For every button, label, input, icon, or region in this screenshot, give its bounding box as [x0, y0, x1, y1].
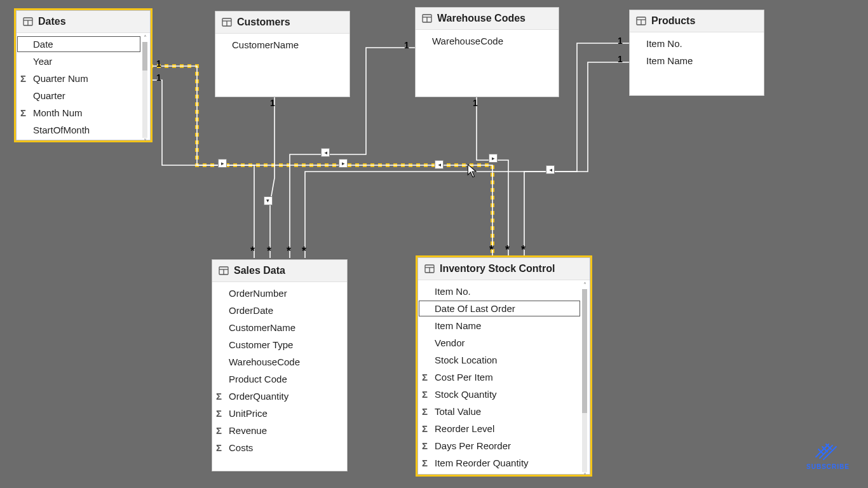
table-products[interactable]: ProductsItem No.Item Name: [629, 10, 764, 96]
table-header[interactable]: Warehouse Codes: [416, 8, 559, 30]
model-canvas[interactable]: ▸▸▸▸▸▸▸ 1111111******* DatesDateYearΣQua…: [0, 0, 868, 488]
mouse-cursor: [467, 164, 478, 179]
field-name: Year: [33, 56, 52, 67]
subscribe-watermark: SUBSCRIBE: [806, 440, 850, 470]
many-cardinality: *: [267, 245, 271, 258]
field-row[interactable]: Stock Location: [418, 351, 590, 369]
table-header[interactable]: Products: [630, 10, 764, 32]
sigma-icon: Σ: [216, 425, 222, 436]
table-title: Warehouse Codes: [437, 13, 526, 24]
field-row[interactable]: CustomerName: [215, 36, 349, 53]
relation-customers-sales[interactable]: [270, 96, 275, 258]
field-list: Item No.Item Name: [630, 32, 764, 102]
table-customers[interactable]: CustomersCustomerName: [215, 11, 350, 97]
field-name: Stock Quantity: [435, 389, 497, 400]
filter-direction-icon: ▸: [546, 165, 555, 174]
sigma-icon: Σ: [20, 107, 26, 118]
scroll-thumb[interactable]: [582, 289, 587, 413]
field-row[interactable]: Item No.: [418, 283, 590, 300]
field-row[interactable]: OrderNumber: [212, 285, 347, 302]
field-row[interactable]: ΣUnitPrice: [212, 405, 347, 422]
table-header[interactable]: Dates: [17, 11, 150, 33]
field-name: StartOfMonth: [33, 125, 90, 135]
sigma-icon: Σ: [422, 372, 428, 383]
filter-direction-icon: ▸: [435, 160, 444, 169]
one-cardinality: 1: [156, 72, 161, 83]
field-row[interactable]: Quarter: [17, 87, 150, 104]
filter-direction-icon: ▸: [489, 154, 498, 163]
field-name: OrderQuantity: [229, 391, 288, 402]
field-row[interactable]: ΣCosts: [212, 439, 347, 456]
field-row[interactable]: ΣQuarter Num: [17, 70, 150, 87]
sigma-icon: Σ: [216, 391, 222, 402]
table-header[interactable]: Sales Data: [212, 260, 347, 282]
table-icon: [219, 266, 229, 276]
field-name: Date: [33, 39, 53, 50]
table-header[interactable]: Customers: [215, 11, 349, 34]
scrollbar[interactable]: ˄˅: [141, 34, 149, 146]
subscribe-label: SUBSCRIBE: [806, 463, 850, 470]
table-icon: [222, 17, 232, 27]
field-name: Item No.: [435, 286, 471, 297]
table-sales[interactable]: Sales DataOrderNumberOrderDateCustomerNa…: [212, 259, 348, 471]
field-row[interactable]: ΣMonth Num: [17, 104, 150, 121]
table-dates[interactable]: DatesDateYearΣQuarter NumQuarterΣMonth N…: [16, 10, 151, 140]
scroll-up-icon[interactable]: ˄: [141, 34, 149, 42]
field-name: CustomerName: [229, 322, 295, 333]
field-row[interactable]: WarehouseCode: [416, 32, 559, 50]
field-row[interactable]: Item Name: [630, 52, 764, 69]
field-name: Customer Type: [229, 339, 293, 350]
scroll-down-icon[interactable]: ˅: [141, 138, 149, 146]
table-warehouse[interactable]: Warehouse CodesWarehouseCode: [415, 7, 559, 97]
field-row[interactable]: Year: [17, 53, 150, 70]
field-row[interactable]: ΣTotal Value: [418, 403, 590, 420]
field-row[interactable]: Customer Type: [212, 336, 347, 353]
field-row[interactable]: OrderDate: [212, 302, 347, 319]
field-row[interactable]: ΣStock Quantity: [418, 386, 590, 403]
scroll-down-icon[interactable]: ˅: [581, 472, 588, 480]
field-name: Quarter: [33, 90, 65, 101]
scroll-up-icon[interactable]: ˄: [581, 281, 588, 289]
field-name: Vendor: [435, 337, 465, 348]
field-row[interactable]: ΣReorder Level: [418, 420, 590, 437]
table-inventory[interactable]: Inventory Stock ControlItem No.Date Of L…: [417, 257, 590, 475]
table-title: Sales Data: [234, 265, 285, 276]
field-name: Days Per Reorder: [435, 440, 511, 451]
scrollbar[interactable]: ˄˅: [581, 281, 588, 480]
table-title: Inventory Stock Control: [440, 263, 555, 274]
field-row[interactable]: CustomerName: [212, 319, 347, 336]
field-row[interactable]: ΣDays Per Reorder: [418, 437, 590, 454]
table-icon: [424, 264, 435, 274]
one-cardinality: 1: [618, 36, 623, 46]
sigma-icon: Σ: [422, 423, 428, 434]
one-cardinality: 1: [618, 54, 623, 64]
field-name: Date Of Last Order: [435, 303, 515, 314]
filter-direction-icon: ▸: [218, 159, 227, 168]
one-cardinality: 1: [156, 58, 161, 69]
field-row[interactable]: StartOfMonth: [17, 121, 150, 139]
field-row[interactable]: ΣItem Reorder Quantity: [418, 454, 590, 471]
field-row[interactable]: Date: [17, 36, 141, 53]
field-row[interactable]: WarehouseCode: [212, 353, 347, 370]
relation-dates-sales[interactable]: [149, 80, 254, 258]
field-row[interactable]: Product Code: [212, 370, 347, 388]
field-row[interactable]: Item No.: [630, 35, 764, 52]
scroll-thumb[interactable]: [142, 42, 147, 71]
field-row[interactable]: ΣOrderQuantity: [212, 388, 347, 405]
table-header[interactable]: Inventory Stock Control: [418, 258, 590, 280]
field-row[interactable]: Item Name: [418, 317, 590, 334]
field-row[interactable]: Date Of Last Order: [418, 300, 581, 317]
field-name: Stock Location: [435, 355, 497, 365]
field-name: OrderNumber: [229, 288, 287, 299]
sigma-icon: Σ: [422, 440, 428, 451]
many-cardinality: *: [250, 245, 255, 258]
field-name: Reorder Level: [435, 423, 494, 434]
field-list: DateYearΣQuarter NumQuarterΣMonth NumSta…: [17, 33, 150, 147]
field-row[interactable]: ΣRevenue: [212, 422, 347, 439]
relation-warehouse-inventory[interactable]: [477, 96, 508, 257]
table-icon: [23, 17, 33, 27]
field-row[interactable]: Vendor: [418, 334, 590, 351]
field-name: CustomerName: [232, 39, 299, 50]
field-row[interactable]: ΣCost Per Item: [418, 369, 590, 386]
many-cardinality: *: [489, 243, 494, 257]
